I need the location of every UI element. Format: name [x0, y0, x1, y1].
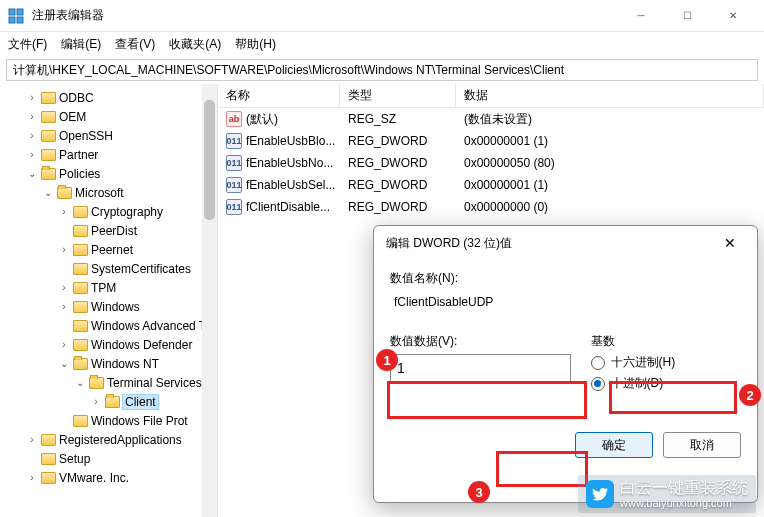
dialog-titlebar[interactable]: 编辑 DWORD (32 位)值 ✕: [374, 226, 757, 260]
folder-icon: [41, 453, 56, 465]
tree-item[interactable]: ›OpenSSH: [2, 126, 215, 145]
value-data-input[interactable]: [390, 354, 571, 382]
chevron-down-icon[interactable]: ⌄: [58, 358, 70, 369]
string-value-icon: ab: [226, 111, 242, 127]
chevron-right-icon[interactable]: ›: [58, 339, 70, 350]
dialog-body: 数值名称(N): fClientDisableUDP 数值数据(V): 基数 十…: [374, 260, 757, 466]
minimize-button[interactable]: ─: [618, 0, 664, 32]
chevron-right-icon[interactable]: ›: [26, 472, 38, 483]
folder-icon: [73, 206, 88, 218]
tree-item[interactable]: ⌄Policies: [2, 164, 215, 183]
tree-item[interactable]: ›OEM: [2, 107, 215, 126]
scrollbar-thumb[interactable]: [204, 100, 215, 220]
tree-item[interactable]: ›Partner: [2, 145, 215, 164]
radio-hex[interactable]: [591, 356, 605, 370]
maximize-button[interactable]: ☐: [664, 0, 710, 32]
chevron-down-icon[interactable]: ⌄: [26, 168, 38, 179]
header-type[interactable]: 类型: [340, 84, 456, 107]
tree-item[interactable]: SystemCertificates: [2, 259, 215, 278]
folder-icon: [73, 415, 88, 427]
tree-list: ›ODBC›OEM›OpenSSH›Partner⌄Policies⌄Micro…: [2, 88, 215, 487]
chevron-right-icon[interactable]: ›: [90, 396, 102, 407]
folder-icon: [73, 301, 88, 313]
tree-item[interactable]: ›Client: [2, 392, 215, 411]
tree-item[interactable]: ⌄Windows NT: [2, 354, 215, 373]
menu-view[interactable]: 查看(V): [115, 36, 155, 53]
cancel-button[interactable]: 取消: [663, 432, 741, 458]
tree-item[interactable]: ›TPM: [2, 278, 215, 297]
tree-item-label: Windows Advanced T: [91, 319, 206, 333]
tree-item[interactable]: Setup: [2, 449, 215, 468]
edit-dword-dialog: 编辑 DWORD (32 位)值 ✕ 数值名称(N): fClientDisab…: [373, 225, 758, 503]
chevron-right-icon[interactable]: ›: [58, 244, 70, 255]
chevron-right-icon[interactable]: ›: [58, 301, 70, 312]
tree-item[interactable]: Windows Advanced T: [2, 316, 215, 335]
value-data: 0x00000050 (80): [456, 156, 764, 170]
value-type: REG_DWORD: [340, 156, 456, 170]
chevron-right-icon[interactable]: ›: [26, 434, 38, 445]
tree-item-label: Policies: [59, 167, 100, 181]
chevron-down-icon[interactable]: ⌄: [74, 377, 86, 388]
list-row[interactable]: 011fClientDisable...REG_DWORD0x00000000 …: [218, 196, 764, 218]
chevron-down-icon[interactable]: ⌄: [42, 187, 54, 198]
tree-item[interactable]: ›Windows Defender: [2, 335, 215, 354]
tree-item[interactable]: ›VMware. Inc.: [2, 468, 215, 487]
tree-item-label: OpenSSH: [59, 129, 113, 143]
ok-button[interactable]: 确定: [575, 432, 653, 458]
close-button[interactable]: ✕: [710, 0, 756, 32]
folder-icon: [73, 320, 88, 332]
window-titlebar: 注册表编辑器 ─ ☐ ✕: [0, 0, 764, 32]
chevron-right-icon[interactable]: ›: [26, 111, 38, 122]
address-bar[interactable]: 计算机\HKEY_LOCAL_MACHINE\SOFTWARE\Policies…: [6, 59, 758, 81]
tree-item[interactable]: ›Cryptography: [2, 202, 215, 221]
folder-icon: [89, 377, 104, 389]
tree-item-label: Windows: [91, 300, 140, 314]
dialog-title: 编辑 DWORD (32 位)值: [386, 235, 715, 252]
value-name-label: 数值名称(N):: [390, 270, 741, 287]
tree-item[interactable]: ›Windows: [2, 297, 215, 316]
window-controls: ─ ☐ ✕: [618, 0, 756, 32]
list-row[interactable]: 011fEnableUsbSel...REG_DWORD0x00000001 (…: [218, 174, 764, 196]
header-name[interactable]: 名称: [218, 84, 340, 107]
tree-item[interactable]: PeerDist: [2, 221, 215, 240]
tree-item[interactable]: Windows File Prot: [2, 411, 215, 430]
chevron-right-icon[interactable]: ›: [58, 282, 70, 293]
tree-scrollbar[interactable]: [202, 84, 217, 517]
watermark-url: www.baiyunxitong.com: [620, 497, 748, 509]
tree-item[interactable]: ⌄Terminal Services: [2, 373, 215, 392]
tree-item[interactable]: ›RegisteredApplications: [2, 430, 215, 449]
value-name: (默认): [246, 111, 278, 128]
tree-item[interactable]: ›ODBC: [2, 88, 215, 107]
header-data[interactable]: 数据: [456, 84, 764, 107]
menu-bar: 文件(F) 编辑(E) 查看(V) 收藏夹(A) 帮助(H): [0, 32, 764, 56]
list-row[interactable]: 011fEnableUsbNo...REG_DWORD0x00000050 (8…: [218, 152, 764, 174]
value-name: fEnableUsbNo...: [246, 156, 333, 170]
chevron-right-icon[interactable]: ›: [26, 130, 38, 141]
folder-icon: [73, 244, 88, 256]
menu-edit[interactable]: 编辑(E): [61, 36, 101, 53]
radio-dec-label: 十进制(D): [611, 375, 664, 392]
chevron-right-icon[interactable]: ›: [58, 206, 70, 217]
menu-favorites[interactable]: 收藏夹(A): [169, 36, 221, 53]
radio-dec[interactable]: [591, 377, 605, 391]
folder-icon: [57, 187, 72, 199]
dialog-close-button[interactable]: ✕: [715, 228, 745, 258]
menu-file[interactable]: 文件(F): [8, 36, 47, 53]
chevron-right-icon[interactable]: ›: [26, 149, 38, 160]
tree-item-label: Cryptography: [91, 205, 163, 219]
menu-help[interactable]: 帮助(H): [235, 36, 276, 53]
list-row[interactable]: 011fEnableUsbBlo...REG_DWORD0x00000001 (…: [218, 130, 764, 152]
radio-hex-row[interactable]: 十六进制(H): [591, 354, 741, 371]
tree-item[interactable]: ⌄Microsoft: [2, 183, 215, 202]
chevron-right-icon[interactable]: ›: [26, 92, 38, 103]
annotation-badge-3: 3: [468, 481, 490, 503]
watermark-icon: [586, 480, 614, 508]
base-label: 基数: [591, 333, 741, 350]
value-type: REG_DWORD: [340, 134, 456, 148]
folder-icon: [41, 92, 56, 104]
value-name: fClientDisable...: [246, 200, 330, 214]
list-row[interactable]: ab(默认)REG_SZ(数值未设置): [218, 108, 764, 130]
radio-dec-row[interactable]: 十进制(D): [591, 375, 741, 392]
tree-item[interactable]: ›Peernet: [2, 240, 215, 259]
tree-item-label: ODBC: [59, 91, 94, 105]
